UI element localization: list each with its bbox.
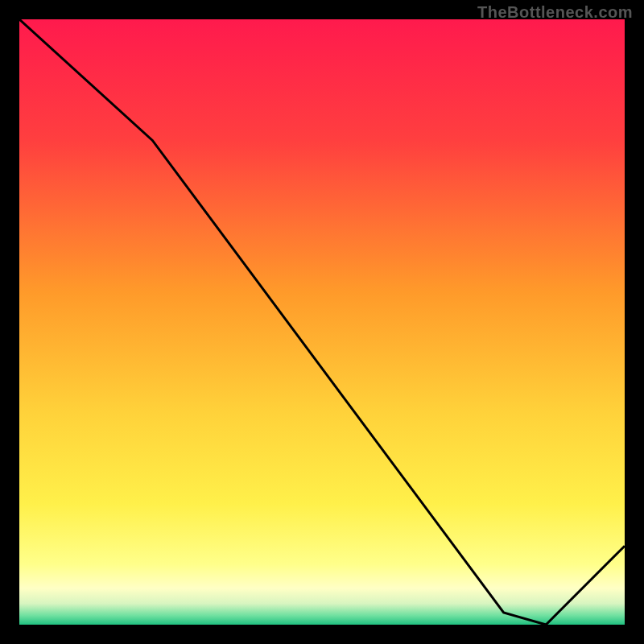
plot-background [19, 19, 625, 625]
bottleneck-chart [0, 0, 644, 644]
chart-stage: TheBottleneck.com [0, 0, 644, 644]
watermark-label: TheBottleneck.com [477, 3, 633, 22]
